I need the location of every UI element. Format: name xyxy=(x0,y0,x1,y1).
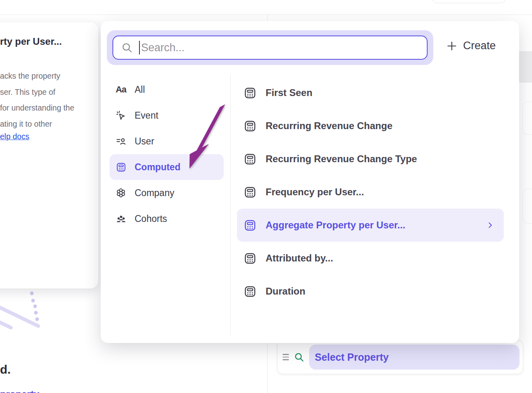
calculator-icon xyxy=(243,285,257,298)
create-button[interactable]: Create xyxy=(447,40,496,52)
select-property-card: Select Property xyxy=(277,340,523,374)
drag-handle-icon[interactable] xyxy=(283,354,289,360)
property-item-attributed-by[interactable]: Attributed by... xyxy=(237,242,504,275)
property-item-first-seen[interactable]: First Seen xyxy=(237,76,504,109)
calculator-icon xyxy=(243,119,257,133)
search-icon xyxy=(121,42,133,53)
partial-heading: d. xyxy=(0,363,11,376)
calculator-icon xyxy=(243,86,257,100)
text-caret xyxy=(139,41,140,54)
aa-text-icon: Aa xyxy=(115,84,127,95)
property-item-frequency-per-user[interactable]: Frequency per User... xyxy=(237,176,504,209)
search-icon xyxy=(294,352,304,362)
background-list-row-fragment xyxy=(519,51,532,83)
category-item-company[interactable]: Company xyxy=(110,180,224,206)
property-help-tooltip: rty per User... acks the property ser. T… xyxy=(0,22,98,288)
calculator-icon xyxy=(243,186,257,199)
background-card-fragment xyxy=(522,102,532,135)
event-cursor-icon xyxy=(115,110,127,121)
select-property-button[interactable]: Select Property xyxy=(309,345,520,370)
annotation-arrow xyxy=(177,97,234,178)
partial-top-button[interactable] xyxy=(432,0,506,3)
property-picker-modal: Search... Create Aa All Event xyxy=(101,21,519,343)
search-focus-halo: Search... xyxy=(107,30,433,65)
search-placeholder: Search... xyxy=(141,42,185,54)
user-list-icon xyxy=(115,136,127,146)
property-item-recurring-revenue-change[interactable]: Recurring Revenue Change xyxy=(237,109,504,142)
plus-icon xyxy=(447,41,457,51)
calculator-icon xyxy=(243,252,257,265)
company-cluster-icon xyxy=(115,188,127,198)
calculator-icon xyxy=(243,153,257,166)
cohorts-people-icon xyxy=(115,213,127,224)
property-list: First Seen Recurring Revenue Change Re xyxy=(237,76,504,308)
calculator-icon xyxy=(115,162,127,173)
category-item-cohorts[interactable]: Cohorts xyxy=(110,206,224,232)
tooltip-title: rty per User... xyxy=(0,36,62,47)
chevron-right-icon xyxy=(486,221,494,229)
calculator-icon xyxy=(243,219,257,232)
search-input[interactable]: Search... xyxy=(112,36,428,60)
help-docs-link[interactable]: elp docs xyxy=(0,132,29,141)
property-item-aggregate-property-per-user[interactable]: Aggregate Property per User... xyxy=(237,209,504,242)
decorative-chart-illustration xyxy=(0,288,62,334)
tooltip-description: acks the property ser. This type of for … xyxy=(0,68,74,132)
partial-link-fragment[interactable]: property xyxy=(0,389,44,393)
page-top-divider xyxy=(0,15,532,15)
background-card-fragment xyxy=(522,189,532,224)
property-item-recurring-revenue-change-type[interactable]: Recurring Revenue Change Type xyxy=(237,142,504,176)
property-item-duration[interactable]: Duration xyxy=(237,275,504,308)
